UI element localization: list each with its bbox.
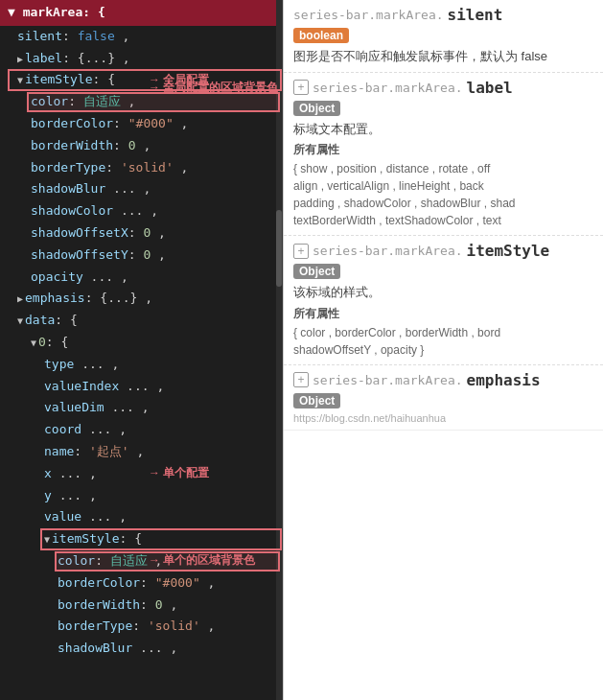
code-line: shadowOffsetX: 0 ,	[0, 222, 282, 245]
prop-name-itemstyle: itemStyle	[467, 242, 550, 260]
doc-section-itemstyle: + series-bar.markArea.itemStyle Object 该…	[284, 236, 603, 365]
code-line: ▶emphasis: {...} ,	[0, 288, 282, 310]
sub-text-label: { show , position , distance , rotate , …	[293, 160, 593, 229]
sub-text-itemstyle: { color , borderColor , borderWidth , bo…	[293, 324, 593, 359]
code-line: borderType: 'solid' ,	[0, 616, 282, 638]
prop-header-emphasis: + series-bar.markArea.emphasis	[293, 371, 593, 389]
code-line: shadowOffsetY: 0 ,	[0, 245, 282, 267]
desc-silent: 图形是否不响应和触发鼠标事件，默认为 false	[293, 47, 593, 66]
prop-name-emphasis: emphasis	[467, 371, 541, 389]
expand-icon-itemstyle[interactable]: +	[293, 244, 309, 259]
scrollbar-thumb[interactable]	[276, 210, 282, 287]
code-line: shadowBlur ... ,	[0, 178, 282, 200]
header-text: ▼ markArea: {	[8, 5, 105, 19]
code-line: borderWidth: 0 ,	[0, 135, 282, 157]
prop-prefix: series-bar.markArea.	[313, 244, 463, 258]
doc-section-emphasis: + series-bar.markArea.emphasis Object ht…	[284, 365, 603, 431]
item-style-line: ▼itemStyle: { → 全局配置	[0, 69, 282, 91]
annotation-global-config: → 全局配置	[149, 71, 209, 89]
badge-object-emphasis: Object	[293, 393, 340, 408]
code-line: x ... , → 单个配置	[0, 463, 282, 485]
code-line: coord ... ,	[0, 419, 282, 441]
prop-header-silent: series-bar.markArea.silent	[293, 6, 593, 24]
scrollbar[interactable]	[276, 0, 282, 700]
watermark-text: https://blog.csdn.net/haihuanhua	[293, 412, 593, 424]
code-line: borderColor: "#000" ,	[0, 113, 282, 135]
code-line: shadowColor ... ,	[0, 200, 282, 222]
left-code-panel: ▼ markArea: { silent: false , ▶label: {.…	[0, 0, 283, 700]
code-line: shadowBlur ... ,	[0, 638, 282, 660]
expand-icon-label[interactable]: +	[293, 80, 309, 95]
prop-prefix: series-bar.markArea.	[313, 373, 463, 387]
prop-prefix: series-bar.markArea.	[313, 81, 463, 95]
prop-prefix: series-bar.markArea.	[293, 8, 444, 22]
right-doc-panel: series-bar.markArea.silent boolean 图形是否不…	[284, 0, 603, 700]
badge-object-itemstyle: Object	[293, 264, 340, 279]
code-line: valueDim ... ,	[0, 397, 282, 419]
prop-header-itemstyle: + series-bar.markArea.itemStyle	[293, 242, 593, 260]
code-line: ▶label: {...} ,	[0, 48, 282, 70]
code-line: borderType: 'solid' ,	[0, 157, 282, 179]
header-line: ▼ markArea: {	[0, 0, 282, 26]
code-line: ▼0: {	[0, 332, 282, 354]
code-line: borderColor: "#000" ,	[0, 572, 282, 595]
prop-header-label: + series-bar.markArea.label	[293, 79, 593, 97]
doc-section-label: + series-bar.markArea.label Object 标域文本配…	[284, 73, 603, 237]
code-line: opacity ... ,	[0, 267, 282, 289]
annotation-single-config: → 单个配置	[149, 464, 209, 482]
code-line: type ... ,	[0, 354, 282, 376]
code-line: value ... ,	[0, 506, 282, 528]
code-line: ▼data: {	[0, 310, 282, 332]
color-line-1: color: 自适应 ,	[0, 91, 282, 113]
code-line: name: '起点' ,	[0, 441, 282, 463]
code-line: valueIndex ... ,	[0, 376, 282, 398]
prop-name-label: label	[467, 79, 513, 97]
badge-boolean: boolean	[293, 28, 349, 43]
badge-object-label: Object	[293, 101, 340, 116]
code-line: y ... ,	[0, 485, 282, 507]
code-line: borderWidth: 0 ,	[0, 595, 282, 617]
annotation-single-bg: → 单个的区域背景色	[149, 551, 255, 570]
color-line-2: color: 自适应 , → 单个的区域背景色	[0, 550, 282, 572]
desc-label: 标域文本配置。	[293, 120, 593, 139]
doc-section-silent: series-bar.markArea.silent boolean 图形是否不…	[284, 0, 603, 73]
sub-header-itemstyle: 所有属性	[293, 306, 593, 322]
desc-itemstyle: 该标域的样式。	[293, 283, 593, 302]
code-line: silent: false ,	[0, 26, 282, 48]
sub-header-label: 所有属性	[293, 142, 593, 158]
expand-icon-emphasis[interactable]: +	[293, 372, 309, 387]
prop-name-silent: silent	[448, 6, 503, 24]
item-style-line-2: ▼itemStyle: {	[0, 528, 282, 550]
